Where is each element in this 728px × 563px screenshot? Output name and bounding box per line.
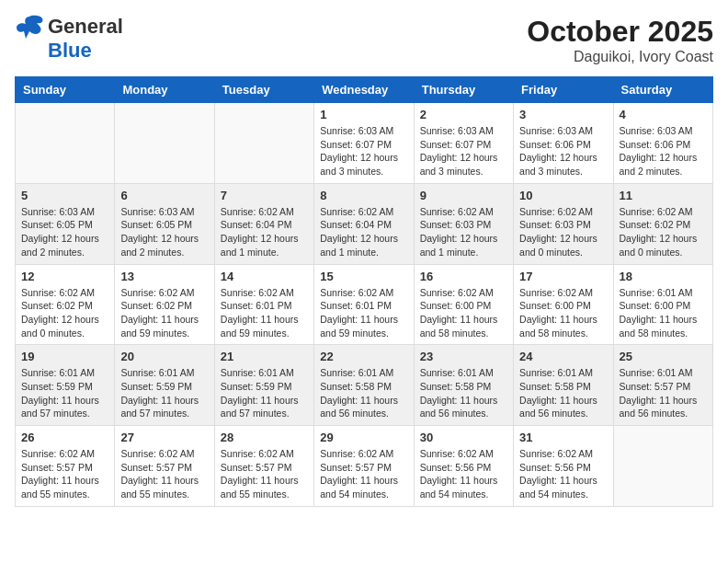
calendar-day-cell: 2Sunrise: 6:03 AM Sunset: 6:07 PM Daylig… — [414, 103, 513, 184]
day-number: 10 — [519, 189, 607, 202]
calendar-day-cell: 7Sunrise: 6:02 AM Sunset: 6:04 PM Daylig… — [214, 183, 313, 264]
day-number: 15 — [320, 270, 407, 283]
day-info: Sunrise: 6:02 AM Sunset: 6:01 PM Dayligh… — [221, 286, 308, 340]
day-info: Sunrise: 6:01 AM Sunset: 5:59 PM Dayligh… — [221, 366, 308, 420]
calendar-week-row: 1Sunrise: 6:03 AM Sunset: 6:07 PM Daylig… — [16, 103, 713, 184]
calendar-day-cell: 1Sunrise: 6:03 AM Sunset: 6:07 PM Daylig… — [314, 103, 414, 184]
calendar-day-cell: 5Sunrise: 6:03 AM Sunset: 6:05 PM Daylig… — [16, 183, 115, 264]
day-number: 11 — [620, 189, 707, 202]
calendar-header-sunday: Sunday — [16, 77, 115, 103]
calendar-day-cell: 10Sunrise: 6:02 AM Sunset: 6:03 PM Dayli… — [514, 183, 613, 264]
day-info: Sunrise: 6:03 AM Sunset: 6:06 PM Dayligh… — [620, 124, 707, 178]
day-info: Sunrise: 6:03 AM Sunset: 6:07 PM Dayligh… — [320, 124, 407, 178]
day-number: 6 — [120, 189, 208, 202]
calendar-day-cell: 17Sunrise: 6:02 AM Sunset: 6:00 PM Dayli… — [514, 264, 613, 345]
logo-bird-icon — [15, 15, 44, 39]
day-number: 8 — [320, 189, 407, 202]
calendar-day-cell: 13Sunrise: 6:02 AM Sunset: 6:02 PM Dayli… — [115, 264, 214, 345]
calendar-day-cell: 20Sunrise: 6:01 AM Sunset: 5:59 PM Dayli… — [115, 345, 214, 426]
calendar-day-cell: 18Sunrise: 6:01 AM Sunset: 6:00 PM Dayli… — [613, 264, 712, 345]
calendar-week-row: 12Sunrise: 6:02 AM Sunset: 6:02 PM Dayli… — [16, 264, 713, 345]
day-number: 17 — [519, 270, 607, 283]
calendar-week-row: 5Sunrise: 6:03 AM Sunset: 6:05 PM Daylig… — [16, 183, 713, 264]
calendar-day-cell: 30Sunrise: 6:02 AM Sunset: 5:56 PM Dayli… — [414, 426, 513, 507]
day-info: Sunrise: 6:03 AM Sunset: 6:06 PM Dayligh… — [519, 124, 607, 178]
day-number: 1 — [320, 108, 407, 121]
calendar-day-cell: 26Sunrise: 6:02 AM Sunset: 5:57 PM Dayli… — [16, 426, 115, 507]
day-number: 14 — [221, 270, 308, 283]
calendar-day-cell: 28Sunrise: 6:02 AM Sunset: 5:57 PM Dayli… — [214, 426, 313, 507]
logo: General Blue — [15, 15, 123, 63]
day-info: Sunrise: 6:02 AM Sunset: 5:56 PM Dayligh… — [519, 447, 607, 501]
day-info: Sunrise: 6:02 AM Sunset: 6:04 PM Dayligh… — [320, 205, 407, 259]
day-info: Sunrise: 6:02 AM Sunset: 6:02 PM Dayligh… — [21, 286, 108, 340]
calendar-week-row: 19Sunrise: 6:01 AM Sunset: 5:59 PM Dayli… — [16, 345, 713, 426]
day-info: Sunrise: 6:01 AM Sunset: 5:58 PM Dayligh… — [420, 366, 507, 420]
day-info: Sunrise: 6:01 AM Sunset: 6:00 PM Dayligh… — [620, 286, 707, 340]
calendar-day-cell: 25Sunrise: 6:01 AM Sunset: 5:57 PM Dayli… — [613, 345, 712, 426]
day-info: Sunrise: 6:02 AM Sunset: 6:03 PM Dayligh… — [420, 205, 507, 259]
calendar-table: SundayMondayTuesdayWednesdayThursdayFrid… — [15, 76, 713, 507]
day-number: 16 — [420, 270, 507, 283]
day-number: 5 — [21, 189, 108, 202]
calendar-header-tuesday: Tuesday — [214, 77, 313, 103]
day-number: 4 — [620, 108, 707, 121]
day-info: Sunrise: 6:02 AM Sunset: 6:00 PM Dayligh… — [420, 286, 507, 340]
calendar-day-cell — [115, 103, 214, 184]
day-info: Sunrise: 6:01 AM Sunset: 5:58 PM Dayligh… — [519, 366, 607, 420]
calendar-header-thursday: Thursday — [414, 77, 513, 103]
day-info: Sunrise: 6:03 AM Sunset: 6:05 PM Dayligh… — [21, 205, 108, 259]
day-info: Sunrise: 6:01 AM Sunset: 5:59 PM Dayligh… — [120, 366, 208, 420]
calendar-day-cell: 14Sunrise: 6:02 AM Sunset: 6:01 PM Dayli… — [214, 264, 313, 345]
day-number: 3 — [519, 108, 607, 121]
calendar-day-cell: 23Sunrise: 6:01 AM Sunset: 5:58 PM Dayli… — [414, 345, 513, 426]
day-info: Sunrise: 6:01 AM Sunset: 5:59 PM Dayligh… — [21, 366, 108, 420]
calendar-day-cell — [16, 103, 115, 184]
calendar-day-cell: 31Sunrise: 6:02 AM Sunset: 5:56 PM Dayli… — [514, 426, 613, 507]
day-info: Sunrise: 6:02 AM Sunset: 5:57 PM Dayligh… — [320, 447, 407, 501]
calendar-day-cell: 29Sunrise: 6:02 AM Sunset: 5:57 PM Dayli… — [314, 426, 414, 507]
day-number: 2 — [420, 108, 507, 121]
day-info: Sunrise: 6:02 AM Sunset: 6:00 PM Dayligh… — [519, 286, 607, 340]
day-number: 21 — [221, 350, 308, 363]
calendar-week-row: 26Sunrise: 6:02 AM Sunset: 5:57 PM Dayli… — [16, 426, 713, 507]
day-number: 13 — [120, 270, 208, 283]
day-number: 25 — [620, 350, 707, 363]
page-subtitle: Daguikoi, Ivory Coast — [527, 49, 713, 65]
calendar-day-cell: 22Sunrise: 6:01 AM Sunset: 5:58 PM Dayli… — [314, 345, 414, 426]
calendar-day-cell: 16Sunrise: 6:02 AM Sunset: 6:00 PM Dayli… — [414, 264, 513, 345]
day-number: 30 — [420, 431, 507, 444]
day-number: 31 — [519, 431, 607, 444]
day-number: 12 — [21, 270, 108, 283]
day-info: Sunrise: 6:02 AM Sunset: 5:57 PM Dayligh… — [21, 447, 108, 501]
title-block: October 2025 Daguikoi, Ivory Coast — [527, 15, 713, 65]
day-number: 24 — [519, 350, 607, 363]
calendar-day-cell: 12Sunrise: 6:02 AM Sunset: 6:02 PM Dayli… — [16, 264, 115, 345]
calendar-day-cell: 11Sunrise: 6:02 AM Sunset: 6:02 PM Dayli… — [613, 183, 712, 264]
day-info: Sunrise: 6:01 AM Sunset: 5:58 PM Dayligh… — [320, 366, 407, 420]
day-info: Sunrise: 6:02 AM Sunset: 5:57 PM Dayligh… — [221, 447, 308, 501]
calendar-header-friday: Friday — [514, 77, 613, 103]
calendar-day-cell: 6Sunrise: 6:03 AM Sunset: 6:05 PM Daylig… — [115, 183, 214, 264]
day-info: Sunrise: 6:02 AM Sunset: 5:57 PM Dayligh… — [120, 447, 208, 501]
calendar-header-saturday: Saturday — [613, 77, 712, 103]
day-info: Sunrise: 6:02 AM Sunset: 6:02 PM Dayligh… — [120, 286, 208, 340]
calendar-day-cell: 27Sunrise: 6:02 AM Sunset: 5:57 PM Dayli… — [115, 426, 214, 507]
calendar-header-wednesday: Wednesday — [314, 77, 414, 103]
logo-general: General — [48, 15, 123, 39]
day-number: 19 — [21, 350, 108, 363]
calendar-header-row: SundayMondayTuesdayWednesdayThursdayFrid… — [16, 77, 713, 103]
day-info: Sunrise: 6:03 AM Sunset: 6:05 PM Dayligh… — [120, 205, 208, 259]
day-number: 9 — [420, 189, 507, 202]
day-info: Sunrise: 6:02 AM Sunset: 6:03 PM Dayligh… — [519, 205, 607, 259]
calendar-day-cell: 19Sunrise: 6:01 AM Sunset: 5:59 PM Dayli… — [16, 345, 115, 426]
day-number: 20 — [120, 350, 208, 363]
day-number: 18 — [620, 270, 707, 283]
calendar-day-cell — [214, 103, 313, 184]
page-title: October 2025 — [527, 15, 713, 49]
calendar-day-cell: 9Sunrise: 6:02 AM Sunset: 6:03 PM Daylig… — [414, 183, 513, 264]
calendar-day-cell: 21Sunrise: 6:01 AM Sunset: 5:59 PM Dayli… — [214, 345, 313, 426]
day-number: 7 — [221, 189, 308, 202]
calendar-day-cell — [613, 426, 712, 507]
day-info: Sunrise: 6:01 AM Sunset: 5:57 PM Dayligh… — [620, 366, 707, 420]
